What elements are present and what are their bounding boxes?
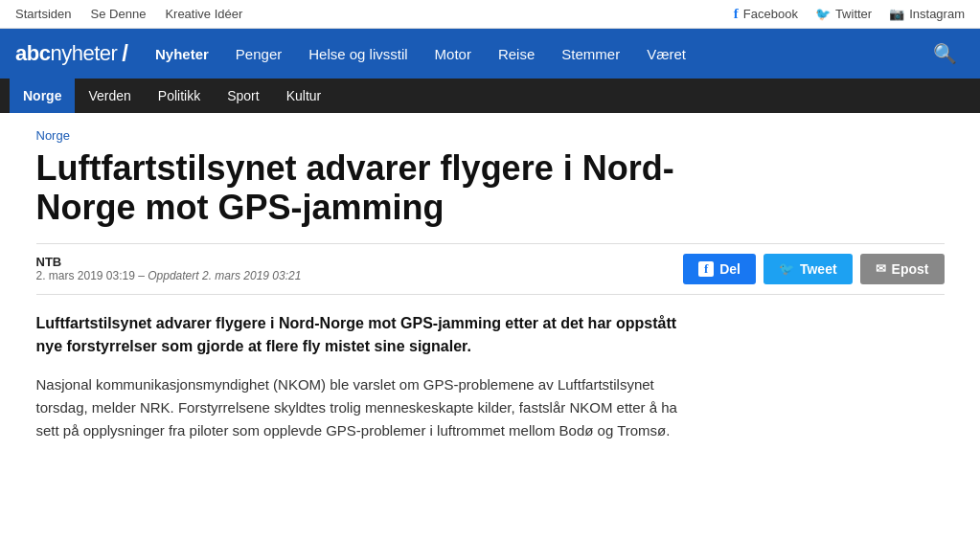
logo[interactable]: abcnyheter /	[10, 31, 142, 77]
nav-motor[interactable]: Motor	[422, 33, 485, 76]
twitter-social-link[interactable]: 🐦 Twitter	[815, 7, 872, 21]
nav-vaeret[interactable]: Været	[633, 33, 699, 76]
article-title: Luftfartstilsynet advarer flygere i Nord…	[36, 148, 688, 228]
kreative-ideer-link[interactable]: Kreative Idéer	[165, 7, 242, 21]
article-content: Norge Luftfartstilsynet advarer flygere …	[21, 113, 960, 458]
article-date: 2. mars 2019 03:19 – Oppdatert 2. mars 2…	[36, 269, 302, 282]
top-bar: Startsiden Se Denne Kreative Idéer f Fac…	[0, 0, 980, 29]
nav-items: Nyheter Penger Helse og livsstil Motor R…	[142, 33, 920, 76]
share-email-button[interactable]: ✉ Epost	[860, 254, 945, 284]
share-twitter-button[interactable]: 🐦 Tweet	[763, 254, 853, 284]
nav-helse[interactable]: Helse og livsstil	[295, 33, 421, 76]
se-denne-link[interactable]: Se Denne	[91, 7, 147, 21]
subnav-norge[interactable]: Norge	[10, 79, 75, 113]
startsiden-link[interactable]: Startsiden	[15, 7, 72, 21]
share-buttons: f Del 🐦 Tweet ✉ Epost	[683, 254, 944, 284]
subnav-sport[interactable]: Sport	[214, 79, 272, 113]
instagram-social-link[interactable]: 📷 Instagram	[889, 7, 965, 21]
twitter-icon: 🐦	[815, 7, 831, 21]
facebook-share-icon: f	[698, 261, 714, 277]
nav-penger[interactable]: Penger	[222, 33, 295, 76]
subnav-kultur[interactable]: Kultur	[273, 79, 335, 113]
article-body: Nasjonal kommunikasjonsmyndighet (NKOM) …	[36, 373, 688, 442]
twitter-share-icon: 🐦	[779, 261, 794, 276]
article-lead: Luftfartstilsynet advarer flygere i Nord…	[36, 312, 688, 358]
nav-nyheter[interactable]: Nyheter	[142, 33, 222, 76]
article-category[interactable]: Norge	[36, 128, 945, 143]
facebook-icon: f	[734, 6, 739, 22]
logo-nyheter: nyheter	[50, 41, 117, 65]
top-bar-social: f Facebook 🐦 Twitter 📷 Instagram	[734, 6, 965, 22]
meta-left: NTB 2. mars 2019 03:19 – Oppdatert 2. ma…	[36, 255, 302, 282]
instagram-icon: 📷	[889, 7, 904, 21]
subnav-politikk[interactable]: Politikk	[145, 79, 214, 113]
nav-reise[interactable]: Reise	[485, 33, 548, 76]
top-bar-links: Startsiden Se Denne Kreative Idéer	[15, 7, 242, 21]
sub-nav: Norge Verden Politikk Sport Kultur	[0, 79, 980, 113]
main-nav: abcnyheter / Nyheter Penger Helse og liv…	[0, 29, 980, 79]
subnav-verden[interactable]: Verden	[75, 79, 144, 113]
facebook-social-link[interactable]: f Facebook	[734, 6, 798, 22]
email-share-icon: ✉	[876, 261, 886, 276]
logo-abc: abc	[15, 41, 50, 65]
nav-stemmer[interactable]: Stemmer	[548, 33, 633, 76]
search-icon[interactable]: 🔍	[920, 29, 970, 79]
share-facebook-button[interactable]: f Del	[683, 254, 756, 284]
article-author: NTB	[36, 255, 302, 269]
article-meta: NTB 2. mars 2019 03:19 – Oppdatert 2. ma…	[36, 243, 945, 295]
